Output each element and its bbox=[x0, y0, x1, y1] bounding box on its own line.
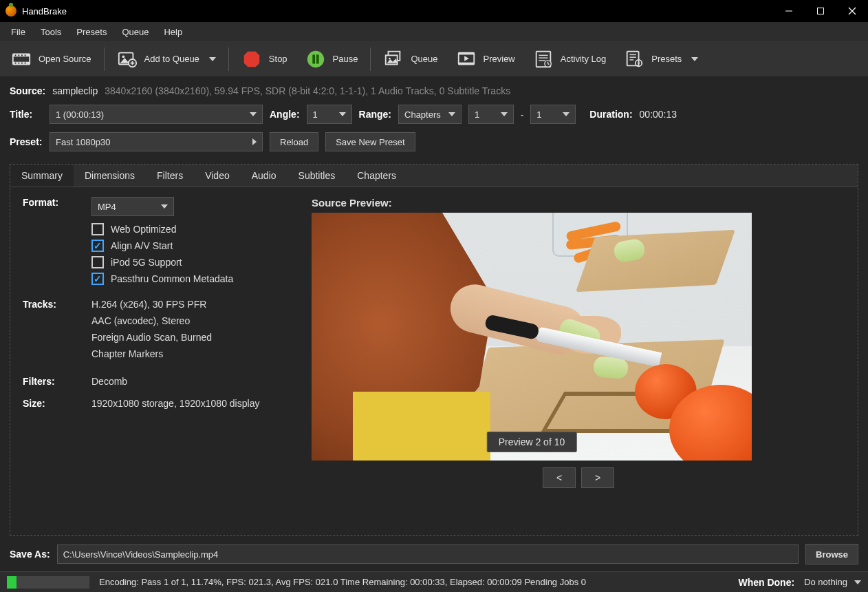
svg-rect-23 bbox=[316, 54, 319, 63]
window-close-button[interactable] bbox=[836, 0, 868, 22]
film-icon bbox=[11, 49, 32, 70]
separator bbox=[104, 47, 105, 71]
presets-icon bbox=[624, 49, 644, 70]
queue-label: Queue bbox=[411, 54, 437, 64]
size-label: Size: bbox=[23, 398, 91, 409]
preview-title: Source Preview: bbox=[312, 197, 845, 209]
preset-select-value: Fast 1080p30 bbox=[56, 137, 111, 147]
svg-rect-8 bbox=[18, 54, 19, 56]
preview-label: Preview bbox=[484, 54, 515, 64]
ipod-label: iPod 5G Support bbox=[111, 257, 182, 268]
progress-bar bbox=[7, 576, 89, 589]
svg-point-26 bbox=[389, 57, 391, 59]
passthru-check[interactable]: Passthru Common Metadata bbox=[91, 273, 291, 285]
preview-icon bbox=[456, 49, 477, 70]
presets-button[interactable]: Presets bbox=[616, 45, 706, 74]
add-to-queue-label: Add to Queue bbox=[144, 54, 199, 64]
toolbar: Open Source Add to Queue Stop Pause Queu… bbox=[0, 41, 868, 77]
window-maximize-button[interactable] bbox=[805, 0, 836, 22]
chevron-down-icon bbox=[501, 112, 508, 116]
svg-marker-30 bbox=[464, 56, 469, 61]
activity-log-label: Activity Log bbox=[561, 54, 606, 64]
preview-prev-button[interactable]: < bbox=[543, 467, 576, 488]
range-type-select[interactable]: Chapters bbox=[398, 105, 462, 124]
titlebar: HandBrake bbox=[0, 0, 868, 22]
preset-select[interactable]: Fast 1080p30 bbox=[50, 132, 263, 151]
svg-rect-11 bbox=[15, 62, 17, 63]
queue-button[interactable]: Queue bbox=[375, 45, 446, 74]
svg-point-16 bbox=[122, 55, 124, 58]
settings-panel: Summary Dimensions Filters Video Audio S… bbox=[10, 164, 858, 536]
chevron-down-icon bbox=[448, 112, 455, 116]
activity-log-button[interactable]: Activity Log bbox=[525, 45, 614, 74]
title-select[interactable]: 1 (00:00:13) bbox=[50, 105, 263, 124]
save-as-input[interactable] bbox=[57, 545, 799, 564]
track-item: Chapter Markers bbox=[91, 348, 291, 359]
format-select[interactable]: MP4 bbox=[91, 197, 174, 216]
preview-badge: Preview 2 of 10 bbox=[487, 432, 577, 452]
range-from-select[interactable]: 1 bbox=[468, 105, 514, 124]
size-value: 1920x1080 storage, 1920x1080 display bbox=[91, 398, 291, 409]
tab-audio[interactable]: Audio bbox=[241, 165, 287, 187]
tracks-label: Tracks: bbox=[23, 299, 91, 365]
window-minimize-button[interactable] bbox=[773, 0, 805, 22]
range-to-select[interactable]: 1 bbox=[530, 105, 576, 124]
svg-point-43 bbox=[638, 62, 640, 64]
duration-label: Duration: bbox=[589, 109, 632, 120]
tab-filters[interactable]: Filters bbox=[146, 165, 194, 187]
track-item: H.264 (x264), 30 FPS PFR bbox=[91, 299, 291, 310]
browse-button[interactable]: Browse bbox=[805, 544, 858, 564]
align-av-check[interactable]: Align A/V Start bbox=[91, 240, 291, 252]
format-label: Format: bbox=[23, 197, 91, 289]
svg-rect-29 bbox=[458, 62, 474, 64]
chevron-down-icon bbox=[691, 57, 698, 61]
svg-rect-38 bbox=[627, 51, 639, 65]
tab-video[interactable]: Video bbox=[194, 165, 241, 187]
preview-next-button[interactable]: > bbox=[581, 467, 614, 488]
angle-label: Angle: bbox=[270, 109, 300, 120]
presets-label: Presets bbox=[651, 54, 682, 64]
preview-button[interactable]: Preview bbox=[448, 45, 523, 74]
save-row: Save As: Browse bbox=[10, 544, 858, 564]
checkbox-icon bbox=[91, 223, 104, 235]
ipod-check[interactable]: iPod 5G Support bbox=[91, 256, 291, 268]
chevron-down-icon bbox=[250, 112, 257, 116]
browse-label: Browse bbox=[816, 549, 848, 560]
menu-presets[interactable]: Presets bbox=[69, 24, 113, 40]
angle-select[interactable]: 1 bbox=[307, 105, 352, 124]
menu-file[interactable]: File bbox=[4, 24, 32, 40]
stop-label: Stop bbox=[269, 54, 287, 64]
format-select-value: MP4 bbox=[98, 202, 116, 212]
open-source-button[interactable]: Open Source bbox=[3, 45, 100, 74]
main-area: Source: sampleclip 3840x2160 (3840x2160)… bbox=[0, 77, 868, 571]
add-to-queue-button[interactable]: Add to Queue bbox=[109, 45, 224, 74]
preview-nav: < > bbox=[312, 467, 845, 488]
chevron-down-icon bbox=[339, 112, 346, 116]
when-done-select[interactable]: Do nothing bbox=[804, 577, 861, 587]
tab-summary[interactable]: Summary bbox=[10, 165, 74, 187]
save-new-preset-button[interactable]: Save New Preset bbox=[325, 132, 415, 151]
tab-subtitles[interactable]: Subtitles bbox=[287, 165, 347, 187]
app-logo-icon bbox=[6, 6, 17, 17]
filters-value: Decomb bbox=[91, 376, 291, 387]
title-select-value: 1 (00:00:13) bbox=[56, 109, 104, 120]
tab-dimensions[interactable]: Dimensions bbox=[74, 165, 146, 187]
pause-button[interactable]: Pause bbox=[297, 45, 367, 74]
range-type-value: Chapters bbox=[404, 109, 441, 120]
queue-icon bbox=[383, 49, 404, 70]
pause-icon bbox=[305, 49, 326, 70]
reload-button[interactable]: Reload bbox=[270, 132, 318, 151]
tab-chapters[interactable]: Chapters bbox=[346, 165, 407, 187]
menu-help[interactable]: Help bbox=[157, 24, 189, 40]
separator bbox=[370, 47, 371, 71]
menu-tools[interactable]: Tools bbox=[34, 24, 68, 40]
web-optimized-check[interactable]: Web Optimized bbox=[91, 223, 291, 235]
duration-value: 00:00:13 bbox=[640, 109, 677, 120]
menu-queue[interactable]: Queue bbox=[115, 24, 155, 40]
chevron-down-icon bbox=[209, 57, 216, 61]
checkbox-icon bbox=[91, 256, 104, 268]
stop-button[interactable]: Stop bbox=[233, 45, 296, 74]
filters-label: Filters: bbox=[23, 376, 91, 387]
range-from-value: 1 bbox=[475, 109, 479, 120]
chevron-down-icon bbox=[563, 112, 569, 116]
